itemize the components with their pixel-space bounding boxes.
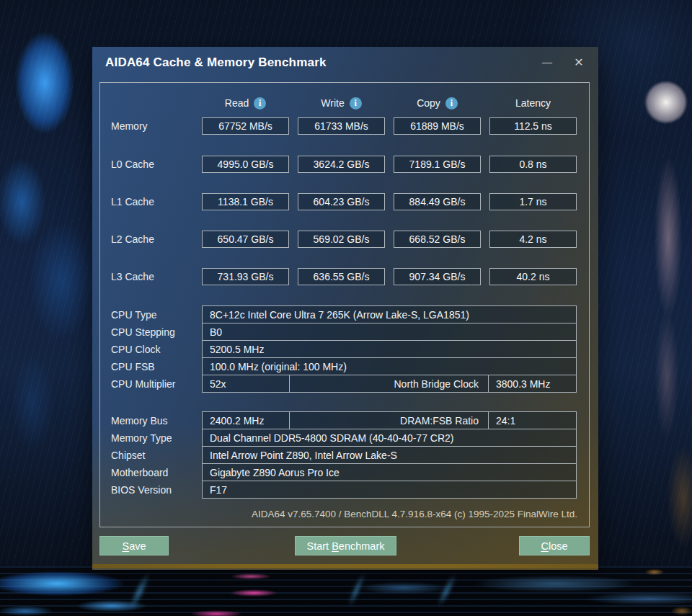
benchmark-window: AIDA64 Cache & Memory Benchmark — ✕ Read… [92, 47, 598, 570]
cpu-stepping-row: CPU Stepping B0 [111, 323, 577, 341]
cpu-type-value: 8C+12c Intel Core Ultra 7 265K (Arrow La… [202, 305, 577, 323]
row-label: CPU Clock [111, 340, 202, 358]
value-memory-latency: 112.5 ns [489, 117, 577, 135]
close-button-label: Close [541, 540, 567, 552]
column-header-write: Write i [298, 97, 385, 110]
close-window-button[interactable]: ✕ [567, 51, 591, 73]
column-header-label: Write [321, 97, 344, 109]
value-memory-copy: 61889 MB/s [394, 117, 481, 135]
chipset-value: Intel Arrow Point Z890, Intel Arrow Lake… [202, 446, 577, 464]
north-bridge-clock-label: North Bridge Clock [290, 378, 488, 390]
memory-bus-box: 2400.2 MHz DRAM:FSB Ratio 24:1 [202, 411, 577, 429]
value-l2-copy: 668.52 GB/s [394, 231, 481, 248]
value-l1-read: 1138.1 GB/s [202, 193, 289, 210]
row-label: CPU Type [111, 305, 202, 323]
row-label: L0 Cache [111, 159, 202, 170]
column-header-label: Copy [417, 97, 440, 109]
save-button[interactable]: Save [99, 536, 169, 555]
info-icon[interactable]: i [350, 97, 362, 110]
value-l3-latency: 40.2 ns [489, 268, 577, 285]
cpu-info-group: CPU Type 8C+12c Intel Core Ultra 7 265K … [111, 305, 577, 393]
column-header-read: Read i [202, 97, 289, 110]
row-label: CPU FSB [111, 357, 202, 375]
value-l0-copy: 7189.1 GB/s [394, 156, 481, 173]
start-benchmark-button-label: Start Benchmark [307, 540, 385, 552]
window-controls: — ✕ [535, 51, 591, 73]
cyan-reflection-streak [342, 563, 372, 615]
benchmark-row-l3-cache: L3 Cache 731.93 GB/s 636.55 GB/s 907.34 … [111, 268, 577, 285]
north-bridge-clock-value: 3800.3 MHz [488, 375, 576, 392]
motherboard-value: Gigabyte Z890 Aorus Pro Ice [202, 463, 577, 481]
dram-fsb-ratio-value: 24:1 [488, 412, 576, 429]
value-l1-latency: 1.7 ns [489, 193, 577, 210]
close-button[interactable]: Close [519, 536, 590, 555]
value-l3-write: 636.55 GB/s [298, 268, 385, 285]
info-icon[interactable]: i [445, 97, 458, 110]
row-label: BIOS Version [111, 481, 202, 499]
value-l0-write: 3624.2 GB/s [298, 156, 385, 173]
memory-type-row: Memory Type Dual Channel DDR5-4800 SDRAM… [111, 429, 577, 447]
benchmark-row-l2-cache: L2 Cache 650.47 GB/s 569.02 GB/s 668.52 … [111, 231, 577, 248]
cpu-clock-value: 5200.5 MHz [202, 340, 577, 358]
start-benchmark-button[interactable]: Start Benchmark [295, 536, 396, 555]
value-memory-read: 67752 MB/s [202, 117, 289, 135]
cyan-reflection-streak [121, 562, 158, 616]
row-label: CPU Stepping [111, 323, 202, 341]
cpu-multiplier-row: CPU Multiplier 52x North Bridge Clock 38… [111, 375, 577, 393]
cpu-multiplier-box: 52x North Bridge Clock 3800.3 MHz [202, 375, 577, 393]
value-l0-read: 4995.0 GB/s [202, 156, 289, 173]
benchmark-row-memory: Memory 67752 MB/s 61733 MB/s 61889 MB/s … [111, 117, 577, 135]
value-l2-latency: 4.2 ns [489, 231, 577, 248]
row-label: L2 Cache [111, 233, 202, 245]
wet-ground-reflections [0, 566, 692, 616]
bios-version-row: BIOS Version F17 [111, 481, 577, 499]
motherboard-row: Motherboard Gigabyte Z890 Aorus Pro Ice [111, 463, 577, 481]
save-button-label: Save [122, 540, 146, 552]
benchmark-row-l0-cache: L0 Cache 4995.0 GB/s 3624.2 GB/s 7189.1 … [111, 156, 577, 173]
column-header-latency: Latency [489, 97, 577, 109]
value-l3-read: 731.93 GB/s [202, 268, 289, 285]
value-l2-write: 569.02 GB/s [298, 231, 385, 248]
column-header-copy: Copy i [394, 97, 481, 110]
cpu-fsb-value: 100.0 MHz (original: 100 MHz) [202, 357, 577, 375]
value-l3-copy: 907.34 GB/s [394, 268, 481, 285]
window-title: AIDA64 Cache & Memory Benchmark [105, 55, 327, 70]
cpu-fsb-row: CPU FSB 100.0 MHz (original: 100 MHz) [111, 357, 577, 375]
memory-bus-value: 2400.2 MHz [203, 412, 290, 429]
cpu-type-row: CPU Type 8C+12c Intel Core Ultra 7 265K … [111, 305, 577, 323]
benchmark-row-l1-cache: L1 Cache 1138.1 GB/s 604.23 GB/s 884.49 … [111, 193, 577, 210]
dram-fsb-ratio-label: DRAM:FSB Ratio [290, 415, 488, 427]
row-label: Motherboard [111, 463, 202, 481]
benchmark-header-row: Read i Write i Copy i Latency [111, 94, 577, 112]
memory-info-group: Memory Bus 2400.2 MHz DRAM:FSB Ratio 24:… [111, 411, 577, 499]
cpu-clock-row: CPU Clock 5200.5 MHz [111, 340, 577, 358]
cyan-reflection-streak [430, 565, 463, 615]
bios-version-value: F17 [202, 481, 577, 499]
cpu-stepping-value: B0 [202, 323, 577, 341]
window-bottom-strip [92, 564, 598, 568]
row-label: L3 Cache [111, 271, 202, 282]
value-l1-copy: 884.49 GB/s [394, 193, 481, 210]
info-icon[interactable]: i [254, 97, 266, 110]
row-label: Memory [111, 120, 202, 132]
value-memory-write: 61733 MB/s [298, 117, 385, 135]
column-header-label: Latency [515, 97, 551, 109]
value-l1-write: 604.23 GB/s [298, 193, 385, 210]
minimize-button[interactable]: — [535, 51, 559, 73]
row-label: Memory Type [111, 429, 202, 447]
value-l0-latency: 0.8 ns [489, 156, 577, 173]
memory-type-value: Dual Channel DDR5-4800 SDRAM (40-40-40-7… [202, 429, 577, 447]
version-copyright-text: AIDA64 v7.65.7400 / BenchDLL 4.7.916.8-x… [252, 509, 577, 519]
row-label: Chipset [111, 446, 202, 464]
row-label: Memory Bus [111, 411, 202, 429]
chipset-row: Chipset Intel Arrow Point Z890, Intel Ar… [111, 446, 577, 464]
row-label: CPU Multiplier [111, 375, 202, 393]
column-header-label: Read [225, 97, 249, 109]
memory-bus-row: Memory Bus 2400.2 MHz DRAM:FSB Ratio 24:… [111, 411, 577, 429]
benchmark-panel: Read i Write i Copy i Latency Memory 67 [99, 82, 590, 527]
cpu-multiplier-value: 52x [203, 375, 290, 392]
value-l2-read: 650.47 GB/s [202, 231, 289, 248]
row-label: L1 Cache [111, 196, 202, 207]
desktop: AIDA64 Cache & Memory Benchmark — ✕ Read… [0, 0, 692, 616]
